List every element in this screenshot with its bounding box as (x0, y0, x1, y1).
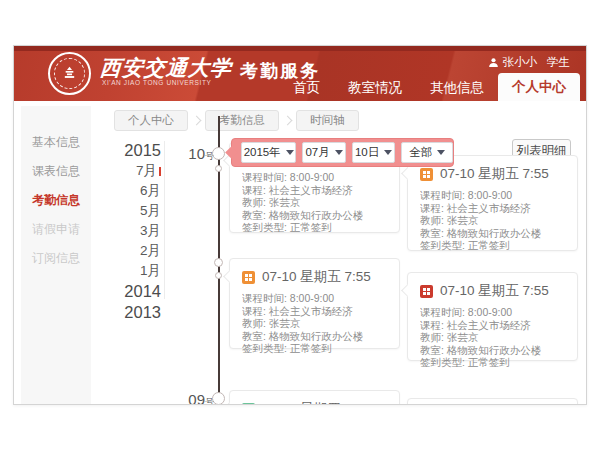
card-field: 课程时间: 8:00-9:00 (420, 189, 565, 202)
card-field: 课程: 社会主义市场经济 (420, 202, 565, 215)
header-banner: 西安交通大学 XI'AN JIAO TONG UNIVERSITY 考勤服务 张… (14, 46, 587, 101)
day-marker-10: 10号 (172, 145, 214, 163)
breadcrumb-timeline[interactable]: 时间轴 (296, 110, 359, 131)
status-green-icon (242, 403, 255, 406)
card-field: 课程时间: 8:00-9:00 (242, 171, 387, 184)
sidebar: 基本信息 课表信息 考勤信息 请假申请 订阅信息 (21, 106, 91, 405)
card-field: 课程: 社会主义市场经济 (242, 305, 387, 318)
day-select[interactable]: 10日 (352, 142, 395, 163)
year-select[interactable]: 2015年 (241, 142, 296, 163)
timeline-node (215, 272, 222, 279)
card-date-title: 07-10 星期五 7:55 (262, 268, 371, 286)
sidebar-item-basic-info[interactable]: 基本信息 (21, 128, 91, 157)
card-field: 课程时间: 8:00-9:00 (242, 292, 387, 305)
month-select[interactable]: 07月 (302, 142, 345, 163)
user-icon (488, 57, 499, 68)
date-nav-year-2013[interactable]: 2013 (109, 302, 161, 323)
card-field: 教室: 格物致知行政办公楼 (242, 330, 387, 343)
nav-home[interactable]: 首页 (279, 74, 334, 101)
user-role: 学生 (547, 55, 570, 70)
date-nav-month-june[interactable]: 6月 (109, 181, 161, 201)
filter-bar: 2015年 07月 10日 全部 (231, 138, 454, 167)
card-date-title: 07-09 星期四 7:55 (262, 400, 371, 405)
card-field: 教师: 张芸京 (420, 331, 565, 344)
date-nav-month-may[interactable]: 5月 (109, 201, 161, 221)
caret-down-icon (384, 150, 392, 155)
card-field: 教师: 张芸京 (420, 214, 565, 227)
nav-other-info[interactable]: 其他信息 (416, 74, 498, 101)
card-field: 教师: 张芸京 (242, 196, 387, 209)
date-nav-year-2014[interactable]: 2014 (109, 281, 161, 302)
status-orange-icon (420, 168, 433, 181)
date-nav-month-july[interactable]: 7月 (109, 161, 161, 181)
date-nav-year-2015[interactable]: 2015 (109, 140, 161, 161)
card-date-title: 07-10 星期五 7:55 (440, 282, 549, 300)
card-header: 07-09 星期四 7:55 (230, 391, 399, 405)
current-month-marker (159, 167, 161, 176)
sidebar-item-attendance-info[interactable]: 考勤信息 (21, 186, 91, 215)
card-body: 课程时间: 8:00-9:00 课程: 社会主义市场经济 教师: 张芸京 教室:… (230, 288, 399, 363)
card-body: 课程时间: 8:00-9:00 课程: 社会主义市场经济 教师: 张芸京 教室:… (408, 302, 577, 377)
date-nav-month-march[interactable]: 3月 (109, 221, 161, 241)
breadcrumb: 个人中心 考勤信息 时间轴 (114, 110, 359, 131)
nav-personal-center[interactable]: 个人中心 (498, 73, 580, 101)
caret-down-icon (286, 150, 294, 155)
attendance-card[interactable]: 07-10 星期五 7:55 课程时间: 8:00-9:00 课程: 社会主义市… (229, 258, 400, 349)
attendance-card[interactable] (407, 398, 578, 405)
user-info[interactable]: 张小小 学生 (488, 55, 571, 70)
timeline-node (214, 258, 223, 267)
app-window: 西安交通大学 XI'AN JIAO TONG UNIVERSITY 考勤服务 张… (13, 45, 587, 405)
sidebar-item-subscription-info[interactable]: 订阅信息 (21, 244, 91, 273)
card-field: 课程: 社会主义市场经济 (420, 319, 565, 332)
caret-down-icon (437, 150, 445, 155)
card-field: 教师: 张芸京 (242, 317, 387, 330)
vertical-divider (164, 141, 165, 299)
status-orange-icon (242, 271, 255, 284)
timeline-node (215, 165, 222, 172)
type-select[interactable]: 全部 (401, 142, 453, 163)
card-body: 课程时间: 8:00-9:00 课程: 社会主义市场经济 教师: 张芸京 教室:… (408, 185, 577, 260)
breadcrumb-personal-center[interactable]: 个人中心 (114, 110, 188, 131)
sidebar-item-schedule-info[interactable]: 课表信息 (21, 157, 91, 186)
date-nav-month-february[interactable]: 2月 (109, 241, 161, 261)
card-field: 课程时间: 8:00-9:00 (420, 306, 565, 319)
attendance-card[interactable]: 07-10 星期五 7:55 课程时间: 8:00-9:00 课程: 社会主义市… (407, 155, 578, 251)
date-nav-month-january[interactable]: 1月 (109, 261, 161, 281)
chevron-right-icon (283, 116, 293, 126)
university-name-cn: 西安交通大学 (99, 54, 233, 82)
chevron-right-icon (192, 116, 202, 126)
card-field: 签到类型: 正常签到 (420, 356, 565, 369)
breadcrumb-attendance-info[interactable]: 考勤信息 (205, 110, 279, 131)
card-date-title: 07-10 星期五 7:55 (440, 165, 549, 183)
card-field: 签到类型: 正常签到 (242, 342, 387, 355)
pagoda-icon (61, 65, 78, 82)
user-name: 张小小 (503, 55, 538, 70)
card-field: 教室: 格物致知行政办公楼 (420, 344, 565, 357)
card-field: 教室: 格物致知行政办公楼 (420, 227, 565, 240)
card-field: 教室: 格物致知行政办公楼 (242, 209, 387, 222)
university-seal-inner (54, 58, 85, 89)
attendance-card[interactable]: 07-09 星期四 7:55 (229, 390, 400, 405)
card-field: 课程: 社会主义市场经济 (242, 184, 387, 197)
sidebar-item-leave-request[interactable]: 请假申请 (21, 215, 91, 244)
card-header: 07-10 星期五 7:55 (230, 259, 399, 288)
caret-down-icon (335, 150, 343, 155)
card-field: 签到类型: 正常签到 (242, 221, 387, 234)
status-red-icon (420, 285, 433, 298)
card-header: 07-10 星期五 7:55 (408, 273, 577, 302)
university-seal-logo (48, 52, 91, 95)
date-nav: 2015 7月 6月 5月 3月 2月 1月 2014 2013 (109, 140, 161, 323)
university-name-en: XI'AN JIAO TONG UNIVERSITY (102, 79, 211, 86)
card-field: 签到类型: 正常签到 (420, 239, 565, 252)
day-marker-09: 09号 (172, 391, 214, 405)
attendance-card[interactable]: 07-10 星期五 7:55 课程时间: 8:00-9:00 课程: 社会主义市… (407, 272, 578, 361)
nav-classrooms[interactable]: 教室情况 (334, 74, 416, 101)
main-nav: 首页 教室情况 其他信息 个人中心 (279, 73, 580, 101)
